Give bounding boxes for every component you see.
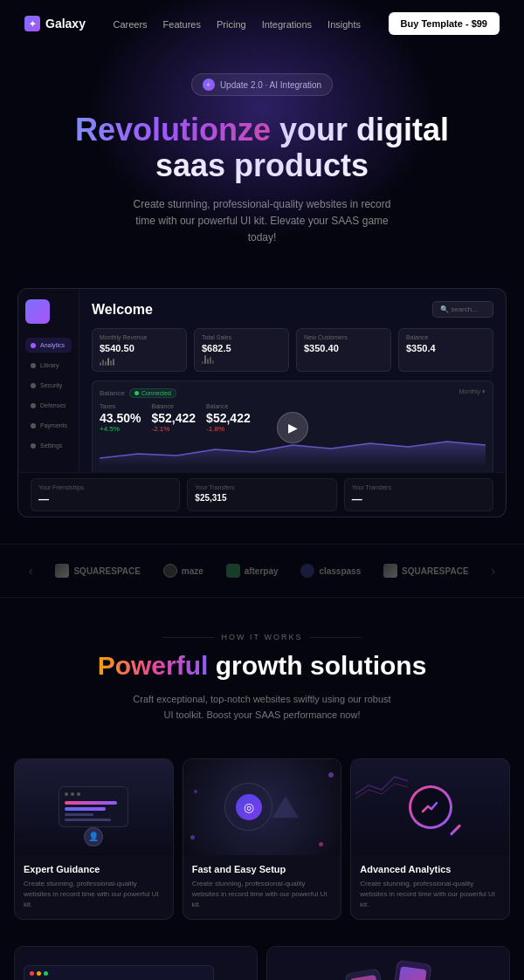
hero-badge-text: Update 2.0 · AI Integration [220, 80, 321, 90]
bottom-feature-grid: ☜ ✦ AI Integration Seamless Integ [0, 937, 524, 980]
triangle-shape [272, 796, 299, 818]
stat-customers-value: $350.40 [304, 343, 383, 353]
scatter-dot-4 [319, 842, 323, 846]
sidebar-payments-label: Payments [40, 422, 67, 428]
sidebar-defenses-label: Defenses [40, 402, 66, 408]
nav-dot [31, 423, 36, 428]
analytics-chart-icon [421, 798, 440, 817]
afterpay-icon [226, 564, 240, 578]
balance-amount-2-value: $52,422 [206, 411, 251, 425]
trans-2-label: Your Transfers [195, 484, 328, 490]
nav-dot [31, 363, 36, 368]
logo-squarespace-2: SQUARESPACE [383, 564, 469, 578]
stat-balance: Balance $350.4 [398, 328, 493, 372]
trans-2-value: $25,315 [195, 493, 328, 503]
navbar: ✦ Galaxy Careers Features Pricing Integr… [0, 0, 524, 47]
fast-setup-desc: Create stunning, professional-quality we… [192, 879, 333, 910]
hero-badge: ✦ Update 2.0 · AI Integration [191, 73, 333, 96]
card1-dots [65, 792, 122, 796]
squarespace-1-label: SQUARESPACE [73, 566, 141, 576]
card1-lines [65, 801, 122, 821]
expert-guidance-body: Expert Guidance Create stunning, profess… [15, 855, 173, 919]
dot-green-circle [44, 971, 48, 976]
dashboard-search[interactable]: 🔍 search... [432, 301, 493, 318]
sidebar-item-settings[interactable]: Settings [25, 438, 72, 453]
feature-card-advanced-analytics: Advanced Analytics Create stunning, prof… [350, 758, 510, 920]
bottom-card-customizable: Customizable Solutions Create stunning, … [266, 946, 510, 980]
nav-careers[interactable]: Careers [113, 19, 147, 30]
expert-guidance-title: Expert Guidance [24, 864, 164, 874]
section-title: Powerful growth solutions [26, 650, 498, 682]
afterpay-label: afterpay [245, 566, 279, 576]
scatter-dot-2 [190, 835, 195, 840]
nav-dot [31, 383, 36, 388]
feature-card-fast-setup: ◎ Fast and Easy Setup Create stunning, p… [183, 758, 342, 920]
sidebar-item-defenses[interactable]: Defenses [25, 398, 72, 413]
play-button[interactable]: ▶ [277, 412, 308, 443]
stat-sales: Total Sales $682.5 [194, 328, 289, 372]
balance-taxes: Taxes 43.50% +4.5% [100, 403, 141, 433]
connected-label: Connected [141, 390, 171, 396]
logo-strip: ‹ SQUARESPACE maze afterpay classpass SQ… [0, 544, 524, 598]
arrow-left[interactable]: ‹ [29, 564, 33, 578]
sidebar-item-analytics[interactable]: Analytics [25, 338, 72, 353]
transaction-2: Your Transfers $25,315 [187, 478, 336, 511]
section-title-normal: growth solutions [216, 651, 427, 680]
squarespace-icon-1 [55, 564, 69, 578]
card1-ui-mockup [59, 786, 128, 827]
stat-balance-label: Balance [406, 334, 486, 340]
dot-yellow [37, 971, 41, 976]
stat-customers: New Customers $350.40 [296, 328, 391, 372]
balance-header: Balance Connected Monthly ▾ [100, 388, 486, 398]
squarespace-icon-2 [383, 564, 397, 578]
mini-bar-chart [100, 355, 114, 366]
nav-logo[interactable]: ✦ Galaxy [24, 16, 86, 31]
balance-amount-2-label: Balance [206, 403, 251, 409]
nav-integrations[interactable]: Integrations [262, 19, 312, 30]
update-icon: ✦ [203, 79, 215, 91]
balance-pct-1: -2.1% [151, 425, 196, 433]
logo-classpass: classpass [300, 564, 361, 578]
hero-section: ✦ Update 2.0 · AI Integration Revolution… [0, 47, 524, 288]
nav-pricing[interactable]: Pricing [217, 19, 246, 30]
maze-icon [163, 564, 177, 578]
dashboard-sidebar: Analytics Library Security Defenses Paym… [18, 289, 79, 472]
dashboard-main: Welcome 🔍 search... Monthly Revenue $540… [79, 289, 506, 472]
mini-bar-sales [202, 353, 281, 364]
logo-maze: maze [163, 564, 203, 578]
stat-revenue: Monthly Revenue $540.50 [92, 328, 187, 372]
scatter-dot-1 [328, 772, 334, 778]
logo-squarespace-1: SQUARESPACE [55, 564, 141, 578]
logo-afterpay: afterpay [226, 564, 279, 578]
section-subtitle: Craft exceptional, top-notch websites sw… [131, 692, 393, 723]
sidebar-item-payments[interactable]: Payments [25, 418, 72, 433]
sidebar-item-library[interactable]: Library [25, 358, 72, 373]
arrow-right[interactable]: › [491, 564, 495, 578]
sidebar-item-security[interactable]: Security [25, 378, 72, 393]
sidebar-settings-label: Settings [40, 442, 62, 449]
nav-features[interactable]: Features [163, 19, 201, 30]
taxes-value: 43.50% [100, 411, 141, 425]
balance-pct-2: -1.8% [206, 425, 251, 433]
nav-insights[interactable]: Insights [328, 19, 361, 30]
taxes-label: Taxes [100, 403, 141, 409]
buy-template-button[interactable]: Buy Template - $99 [389, 12, 500, 35]
stat-customers-label: New Customers [304, 334, 383, 340]
hero-title: Revolutionze your digitalsaas products [35, 112, 489, 184]
avatar-circle: 👤 [84, 827, 103, 846]
scatter-dot-3 [194, 790, 197, 793]
magnify-glass [409, 785, 452, 829]
advanced-analytics-desc: Create stunning, professional-quality we… [360, 879, 500, 910]
stat-revenue-chart [100, 355, 179, 366]
feature-grid: 👤 Expert Guidance Create stunning, profe… [0, 741, 524, 937]
hero-title-highlight: Revolutionze [75, 112, 271, 147]
stat-sales-value: $682.5 [202, 343, 281, 353]
sidebar-logo [25, 299, 50, 324]
trans-3-value: — [352, 493, 486, 505]
dot-red [30, 971, 34, 976]
dashboard-stats: Monthly Revenue $540.50 [92, 328, 493, 372]
classpass-icon [300, 564, 314, 578]
bottom-card-integration: ☜ ✦ AI Integration Seamless Integ [14, 946, 258, 980]
sidebar-library-label: Library [40, 362, 59, 368]
taxes-pct: +4.5% [100, 425, 141, 433]
